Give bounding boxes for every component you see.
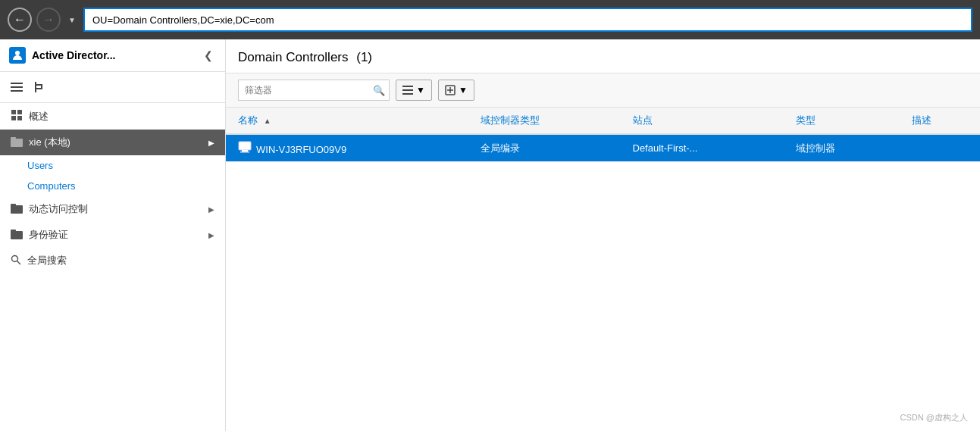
col-type[interactable]: 类型 <box>784 108 900 134</box>
svg-rect-15 <box>11 204 16 207</box>
dynamic-expand-arrow: ▶ <box>208 205 214 214</box>
xie-expand-arrow: ▶ <box>208 139 214 147</box>
global-search-label: 全局搜索 <box>27 254 214 267</box>
collapse-button[interactable]: ❮ <box>201 48 216 63</box>
svg-rect-11 <box>17 116 22 120</box>
content-header: Domain Controllers (1) <box>226 39 980 73</box>
filter-search-icon[interactable]: 🔍 <box>373 85 385 96</box>
col-site[interactable]: 站点 <box>621 108 784 134</box>
address-text: OU=Domain Controllers,DC=xie,DC=com <box>92 14 274 26</box>
content-toolbar: 🔍 ▼ ▼ <box>226 73 980 108</box>
dynamic-access-icon <box>11 203 23 216</box>
save-view-toolbar-btn[interactable]: ▼ <box>438 80 474 101</box>
sidebar-item-xie[interactable]: xie (本地) ▶ <box>0 130 225 155</box>
col-name-label: 名称 <box>238 114 258 126</box>
svg-rect-1 <box>11 83 23 84</box>
overview-label: 概述 <box>29 110 214 123</box>
svg-rect-25 <box>242 150 248 151</box>
sidebar-item-computers[interactable]: Computers <box>0 176 225 196</box>
list-view-toolbar-btn[interactable]: ▼ <box>396 80 432 101</box>
sidebar: Active Director... ❮ <box>0 39 226 431</box>
svg-rect-7 <box>41 84 42 89</box>
svg-rect-10 <box>11 116 16 120</box>
content-area: Domain Controllers (1) 🔍 ▼ <box>226 39 980 431</box>
svg-rect-3 <box>11 90 23 92</box>
folder-icon <box>11 136 23 149</box>
auth-expand-arrow: ▶ <box>208 231 214 239</box>
col-description-label: 描述 <box>912 114 931 126</box>
table-header-row: 名称 ▲ 域控制器类型 站点 类型 描述 <box>226 108 980 134</box>
sidebar-toolbar <box>0 72 225 103</box>
sidebar-item-users[interactable]: Users <box>0 155 225 176</box>
tree-view-button[interactable] <box>30 77 52 98</box>
sidebar-item-dynamic-access[interactable]: 动态访问控制 ▶ <box>0 196 225 222</box>
content-title-text: Domain Controllers <box>238 50 349 64</box>
list-view-button[interactable] <box>6 77 27 98</box>
svg-rect-13 <box>11 137 16 140</box>
address-bar[interactable]: OU=Domain Controllers,DC=xie,DC=com <box>83 8 972 32</box>
svg-rect-24 <box>239 142 251 150</box>
content-count: (1) <box>356 50 372 64</box>
svg-point-18 <box>12 255 18 261</box>
auth-icon <box>11 229 23 242</box>
xie-label: xie (本地) <box>29 136 202 149</box>
list-view-dropdown-arrow: ▼ <box>416 85 425 95</box>
sort-arrow-name: ▲ <box>264 117 271 125</box>
cell-type: 域控制器 <box>784 134 900 162</box>
save-view-dropdown-arrow: ▼ <box>459 85 468 95</box>
svg-rect-8 <box>11 110 16 114</box>
svg-line-19 <box>17 261 21 264</box>
cell-name-text: WIN-VJ3RFUO09V9 <box>256 144 346 155</box>
sidebar-header: Active Director... ❮ <box>0 39 225 72</box>
filter-input-wrap: 🔍 <box>238 80 390 101</box>
svg-rect-22 <box>402 93 413 95</box>
cell-description <box>900 134 980 162</box>
col-type-label: 类型 <box>796 114 816 126</box>
filter-input[interactable] <box>238 80 390 101</box>
col-dc-type[interactable]: 域控制器类型 <box>468 108 621 134</box>
sidebar-item-overview[interactable]: 概述 <box>0 103 225 130</box>
sidebar-item-auth[interactable]: 身份验证 ▶ <box>0 222 225 248</box>
svg-point-0 <box>15 51 20 55</box>
main-layout: Active Director... ❮ <box>0 39 980 431</box>
svg-rect-9 <box>17 110 22 114</box>
svg-rect-21 <box>402 89 413 91</box>
content-title: Domain Controllers (1) <box>238 50 372 64</box>
person-icon <box>9 47 26 64</box>
overview-icon <box>11 109 23 123</box>
dynamic-access-label: 动态访问控制 <box>29 202 202 216</box>
dc-table: 名称 ▲ 域控制器类型 站点 类型 描述 <box>226 108 980 162</box>
search-icon <box>11 255 21 267</box>
users-label: Users <box>27 160 53 171</box>
sidebar-header-left: Active Director... <box>9 47 116 64</box>
col-name[interactable]: 名称 ▲ <box>226 108 468 134</box>
nav-dropdown[interactable]: ▼ <box>65 8 79 32</box>
auth-label: 身份验证 <box>29 228 202 242</box>
cell-name: WIN-VJ3RFUO09V9 <box>226 134 468 162</box>
table-row[interactable]: WIN-VJ3RFUO09V9全局编录Default-First-...域控制器 <box>226 134 980 162</box>
svg-rect-5 <box>36 84 41 86</box>
sidebar-item-global-search[interactable]: 全局搜索 <box>0 248 225 273</box>
cell-site: Default-First-... <box>621 134 784 162</box>
svg-rect-26 <box>240 151 249 153</box>
footer-note: CSDN @虚构之人 <box>900 412 968 423</box>
forward-button[interactable]: → <box>36 8 61 32</box>
computer-row-icon <box>238 141 256 153</box>
svg-rect-20 <box>402 86 413 87</box>
col-dc-type-label: 域控制器类型 <box>481 114 540 126</box>
svg-rect-2 <box>11 86 23 88</box>
top-bar: ← → ▼ OU=Domain Controllers,DC=xie,DC=co… <box>0 0 980 39</box>
col-site-label: 站点 <box>633 114 653 126</box>
cell-dc-type: 全局编录 <box>468 134 621 162</box>
back-button[interactable]: ← <box>8 8 32 32</box>
computers-label: Computers <box>27 180 76 192</box>
svg-rect-6 <box>36 88 41 89</box>
content-table: 名称 ▲ 域控制器类型 站点 类型 描述 <box>226 108 980 431</box>
sidebar-title: Active Director... <box>32 49 116 61</box>
svg-rect-17 <box>11 230 16 233</box>
col-description[interactable]: 描述 <box>900 108 980 134</box>
svg-rect-4 <box>35 82 36 92</box>
